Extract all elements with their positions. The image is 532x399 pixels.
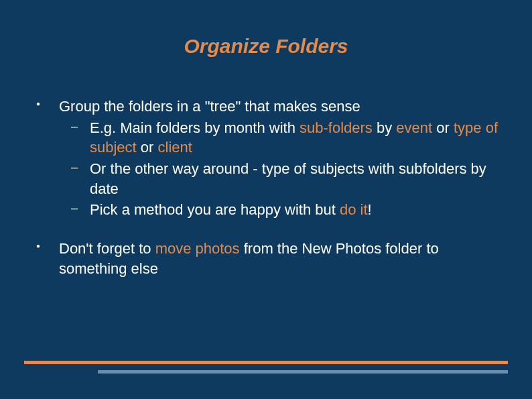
sub1-hl-subfolders: sub-folders bbox=[300, 119, 373, 136]
sub1-text-b: by bbox=[373, 119, 396, 136]
sub3-text-b: ! bbox=[368, 201, 372, 218]
bullet-item-1: Group the folders in a "tree" that makes… bbox=[27, 97, 505, 220]
sub3-text-a: Pick a method you are happy with but bbox=[90, 201, 340, 218]
bullet2-text-a: Don't forget to bbox=[59, 240, 155, 257]
bullet2-hl-move: move photos bbox=[155, 240, 240, 257]
bullet-1-text: Group the folders in a "tree" that makes… bbox=[59, 98, 360, 115]
slide: Organize Folders Group the folders in a … bbox=[0, 0, 532, 399]
bullet-item-2: Don't forget to move photos from the New… bbox=[27, 239, 505, 278]
sub1-hl-event: event bbox=[396, 119, 432, 136]
bullet-list: Group the folders in a "tree" that makes… bbox=[27, 97, 505, 279]
sub3-hl-doit: do it bbox=[340, 201, 368, 218]
slide-body: Group the folders in a "tree" that makes… bbox=[0, 64, 532, 279]
sub-bullet-2: Or the other way around - type of subjec… bbox=[59, 159, 505, 198]
sub1-text-c: or bbox=[432, 119, 454, 136]
slide-title: Organize Folders bbox=[0, 0, 532, 64]
sub2-text: Or the other way around - type of subjec… bbox=[90, 160, 486, 197]
sub-bullet-3: Pick a method you are happy with but do … bbox=[59, 200, 505, 220]
sub-bullet-list-1: E.g. Main folders by month with sub-fold… bbox=[59, 118, 505, 220]
footer-line-accent bbox=[24, 361, 508, 364]
sub1-text-a: E.g. Main folders by month with bbox=[90, 119, 300, 136]
sub-bullet-1: E.g. Main folders by month with sub-fold… bbox=[59, 118, 505, 158]
sub1-text-d: or bbox=[137, 139, 158, 156]
sub1-hl-client: client bbox=[158, 139, 192, 156]
footer-line-secondary bbox=[98, 370, 508, 374]
